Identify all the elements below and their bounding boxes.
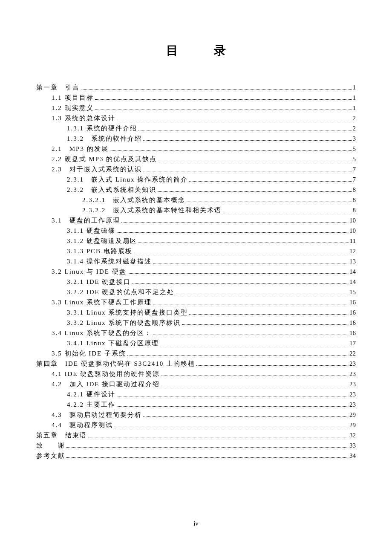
toc-entry-label: 3.2.2 IDE 硬盘的优点和不足之处	[67, 287, 175, 297]
toc-entry-label: 第五章 结束语	[36, 430, 87, 440]
toc-dot-leader	[81, 89, 352, 90]
toc-dot-leader	[138, 243, 349, 243]
toc-entry-page: 13	[349, 256, 356, 266]
toc-dot-leader	[189, 181, 351, 182]
toc-entry-page: 16	[349, 328, 356, 338]
toc-entry-page: 23	[349, 389, 356, 399]
toc-dot-leader	[138, 130, 352, 130]
toc-dot-leader	[114, 427, 348, 427]
toc-entry-label: 3.1.2 硬盘磁道及扇区	[67, 236, 137, 246]
toc-entry: 1.3.2 系统的软件介绍3	[36, 133, 356, 144]
toc-entry-page: 23	[349, 369, 356, 379]
toc-dot-leader	[110, 150, 352, 151]
toc-dot-leader	[88, 437, 348, 437]
toc-entry-page: 14	[349, 266, 356, 277]
toc-dot-leader	[117, 232, 348, 233]
toc-entry: 第五章 结束语32	[36, 430, 356, 440]
toc-entry-page: 16	[349, 318, 356, 328]
toc-entry-label: 4.4 驱动程序测试	[52, 420, 113, 430]
toc-dot-leader	[128, 273, 348, 274]
toc-title: 目 录	[36, 43, 356, 59]
toc-entry-page: 5	[353, 154, 356, 164]
toc-entry: 2.2 硬盘式 MP3 的优点及其缺点5	[36, 154, 356, 164]
toc-entry-page: 14	[349, 277, 356, 287]
toc-entry-label: 3.4 Linux 系统下硬盘的分区：	[52, 328, 152, 338]
toc-entry-label: 3.5 初始化 IDE 子系统	[52, 348, 126, 358]
toc-dot-leader	[117, 120, 352, 120]
toc-entry-label: 1.3 系统的总体设计	[52, 113, 115, 123]
toc-entry-page: 3	[353, 133, 356, 144]
toc-entry-label: 3.1.1 硬盘磁碟	[67, 225, 115, 236]
toc-entry-page: 7	[353, 164, 356, 174]
toc-entry: 1.3.1 系统的硬件介绍2	[36, 123, 356, 133]
toc-entry: 1.1 项目目标1	[36, 92, 356, 103]
toc-entry: 3.1.2 硬盘磁道及扇区11	[36, 236, 356, 246]
toc-entry-page: 8	[353, 195, 356, 205]
toc-entry-page: 17	[349, 338, 356, 348]
toc-entry-page: 15	[349, 287, 356, 297]
toc-dot-leader	[176, 294, 349, 294]
toc-entry-page: 34	[349, 451, 356, 461]
toc-entry-page: 16	[349, 297, 356, 307]
toc-entry: 4.2.1 硬件设计23	[36, 389, 356, 399]
toc-entry-label: 3.4.1 Linux 下磁盘分区原理	[67, 338, 159, 348]
toc-entry-label: 3.3.1 Linux 系统支持的硬盘接口类型	[67, 307, 188, 318]
toc-dot-leader	[95, 110, 352, 110]
toc-entry: 2.3.2 嵌入式系统相关知识8	[36, 185, 356, 195]
toc-entry-page: 11	[350, 236, 356, 246]
toc-entry: 致 谢33	[36, 440, 356, 451]
document-page: 目 录 第一章 引言11.1 项目目标11.2 现实意义11.3 系统的总体设计…	[0, 0, 392, 544]
toc-entry-page: 1	[353, 92, 356, 103]
toc-entry-label: 参考文献	[36, 451, 65, 461]
toc-dot-leader	[161, 386, 348, 386]
toc-entry-label: 1.1 项目目标	[52, 92, 94, 103]
toc-dot-leader	[153, 263, 348, 263]
toc-entry-label: 2.3.2.1 嵌入式系统的基本概念	[82, 195, 185, 205]
toc-entry: 参考文献34	[36, 451, 356, 461]
toc-dot-leader	[143, 140, 352, 141]
toc-dot-leader	[161, 376, 348, 376]
toc-entry-page: 8	[353, 205, 356, 215]
toc-entry-page: 10	[349, 215, 356, 225]
toc-entry: 1.3 系统的总体设计2	[36, 113, 356, 123]
toc-entry: 2.3.2.2 嵌入式系统的基本特性和相关术语8	[36, 205, 356, 215]
toc-dot-leader	[189, 314, 348, 315]
toc-entry-label: 3.2.1 IDE 硬盘接口	[67, 277, 131, 287]
toc-entry-page: 1	[353, 82, 356, 92]
toc-entry: 2.1 MP3 的发展5	[36, 144, 356, 154]
toc-entry-page: 33	[349, 440, 356, 451]
toc-entry: 3.3.2 Linux 系统下的硬盘顺序标识16	[36, 318, 356, 328]
toc-dot-leader	[187, 202, 351, 202]
toc-entry-label: 1.3.2 系统的软件介绍	[67, 133, 142, 144]
toc-dot-leader	[158, 161, 351, 161]
toc-entry: 3.2.1 IDE 硬盘接口14	[36, 277, 356, 287]
toc-entry-page: 12	[349, 246, 356, 256]
toc-dot-leader	[117, 396, 348, 396]
toc-entry: 4.1 IDE 硬盘驱动使用的硬件资源23	[36, 369, 356, 379]
toc-dot-leader	[182, 324, 348, 325]
toc-dot-leader	[121, 222, 348, 223]
title-left: 目	[166, 44, 178, 57]
toc-entry-label: 4.1 IDE 硬盘驱动使用的硬件资源	[52, 369, 160, 379]
toc-entry: 4.2 加入 IDE 接口驱动过程介绍23	[36, 379, 356, 389]
toc-entry: 4.3 驱动启动过程简要分析29	[36, 410, 356, 420]
toc-entry-page: 23	[349, 399, 356, 410]
toc-entry-label: 3.1.4 操作系统对磁盘描述	[67, 256, 152, 266]
toc-dot-leader	[143, 171, 352, 171]
toc-entry-page: 29	[349, 420, 356, 430]
toc-entry-label: 2.3.2.2 嵌入式系统的基本特性和相关术语	[82, 205, 222, 215]
toc-entry: 3.3.1 Linux 系统支持的硬盘接口类型16	[36, 307, 356, 318]
toc-entry-label: 3.1.3 PCB 电路底板	[67, 246, 133, 256]
title-right: 录	[214, 44, 226, 57]
toc-entry-page: 1	[353, 103, 356, 113]
toc-entry: 2.3 对于嵌入式系统的认识7	[36, 164, 356, 174]
toc-entry: 第一章 引言1	[36, 82, 356, 92]
toc-entry-label: 第一章 引言	[36, 82, 80, 92]
toc-dot-leader	[223, 212, 351, 212]
toc-entry-label: 4.3 驱动启动过程简要分析	[52, 410, 142, 420]
toc-entry: 2.3.2.1 嵌入式系统的基本概念8	[36, 195, 356, 205]
toc-list: 第一章 引言11.1 项目目标11.2 现实意义11.3 系统的总体设计21.3…	[36, 82, 356, 461]
toc-entry-label: 2.1 MP3 的发展	[52, 144, 109, 154]
toc-entry-label: 3.2 Linux 与 IDE 硬盘	[52, 266, 127, 277]
toc-entry-page: 7	[353, 174, 356, 185]
